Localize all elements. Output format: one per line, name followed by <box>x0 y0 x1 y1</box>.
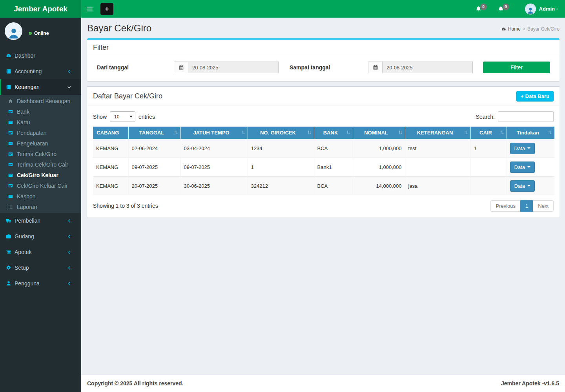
sidebar-item-gudang[interactable]: Gudang <box>0 229 81 244</box>
search-control: Search: <box>476 111 554 122</box>
row-data-dropdown-button[interactable]: Data <box>510 143 535 154</box>
sidebar-item-pendapatan[interactable]: Pendapatan <box>0 127 81 138</box>
cell-cair <box>470 158 507 176</box>
sidebar-subitem-label: Cek/Giro Keluar <box>17 172 58 178</box>
cell-cair: 1 <box>470 139 507 158</box>
navbar-body: + 0 0 Admin - <box>81 0 565 18</box>
sidebar-item-pengeluaran[interactable]: Pengeluaran <box>0 138 81 149</box>
sidebar-toggle-icon[interactable] <box>81 0 98 18</box>
brand-logo[interactable]: Jember Apotek <box>0 0 81 18</box>
credit-card-icon <box>8 162 17 167</box>
table-row: KEMANG 09-07-2025 09-07-2025 1 Bank1 1,0… <box>93 158 554 176</box>
sidebar-item-kartu[interactable]: Kartu <box>0 117 81 127</box>
cell-tindakan: Data <box>507 139 554 158</box>
sidebar-item-pengguna[interactable]: Pengguna <box>0 276 81 291</box>
cell-cabang: KEMANG <box>93 158 128 176</box>
sidebar-item-label: Pembelian <box>15 218 40 224</box>
breadcrumb-current: Bayar Cek/Giro <box>527 26 560 32</box>
calendar-icon <box>368 62 383 73</box>
list-box-body: Show 10 entries Search: <box>87 105 560 218</box>
caret-down-icon <box>527 166 530 168</box>
breadcrumb-home-link[interactable]: Home <box>508 26 521 32</box>
sidebar-item-terima-cekgiro-cair[interactable]: Terima Cek/Giro Cair <box>0 159 81 170</box>
sidebar-item-label: Apotek <box>15 249 32 255</box>
sidebar-item-kasbon[interactable]: Kasbon <box>0 191 81 201</box>
entries-label: entries <box>139 114 155 120</box>
entries-select[interactable]: 10 <box>110 111 135 122</box>
cell-cair <box>470 176 507 195</box>
column-header-tanggal[interactable]: TANGGAL <box>128 127 180 139</box>
content-header: Bayar Cek/Giro Home > Bayar Cek/Giro <box>81 18 565 34</box>
cell-cabang: KEMANG <box>93 176 128 195</box>
cell-jatuh-tempo: 30-06-2025 <box>180 176 248 195</box>
sidebar-item-terima-cekgiro[interactable]: Terima Cek/Giro <box>0 149 81 159</box>
cell-nominal: 1,000,000 <box>353 139 405 158</box>
column-header-no-girocek[interactable]: NO. GIRO/CEK <box>248 127 314 139</box>
sidebar-item-cekgiro-keluar[interactable]: Cek/Giro Keluar <box>0 170 81 180</box>
column-header-bank[interactable]: BANK <box>314 127 353 139</box>
sidebar-item-dashbor[interactable]: Dashbor <box>0 48 81 64</box>
column-header-tindakan[interactable]: Tindakan <box>507 127 554 139</box>
column-header-cair[interactable]: CAIR <box>470 127 507 139</box>
column-header-jatuh-tempo[interactable]: JATUH TEMPO <box>180 127 248 139</box>
sidebar-subitem-label: Pendapatan <box>17 130 47 136</box>
sidebar-item-bank[interactable]: Bank <box>0 106 81 117</box>
cekgiro-table: CABANG TANGGAL JATUH TEMPO NO. GIRO/CEK … <box>93 127 554 195</box>
sidebar-item-accounting[interactable]: Accounting <box>0 64 81 79</box>
sidebar-item-laporan[interactable]: Laporan <box>0 201 81 212</box>
cart-icon <box>6 249 15 255</box>
gears-icon <box>6 265 15 270</box>
from-date-group <box>174 62 279 73</box>
version-text: Jember Apotek -v1.6.5 <box>501 380 559 387</box>
show-label: Show <box>93 114 107 120</box>
column-header-cabang[interactable]: CABANG <box>93 127 128 139</box>
credit-card-icon <box>8 131 17 135</box>
filter-button[interactable]: Filter <box>483 62 550 73</box>
sidebar-subitem-label: Cek/Giro Keluar Cair <box>17 183 67 189</box>
add-data-button-label: Data Baru <box>525 93 549 99</box>
notifications-bell-icon[interactable]: 0 <box>476 6 487 12</box>
cell-bank: BCA <box>314 176 353 195</box>
sort-icon <box>547 130 552 136</box>
table-row: KEMANG 20-07-2025 30-06-2025 324212 BCA … <box>93 176 554 195</box>
sidebar-subitem-label: Terima Cek/Giro Cair <box>17 162 68 168</box>
row-data-dropdown-button[interactable]: Data <box>510 162 535 173</box>
column-header-keterangan[interactable]: KETERANGAN <box>405 127 470 139</box>
table-toolbar: Show 10 entries Search: <box>93 111 554 122</box>
home-gauge-icon <box>501 27 506 31</box>
cell-nominal: 14,000,000 <box>353 176 405 195</box>
sidebar-item-keuangan[interactable]: Keuangan <box>0 79 81 95</box>
sidebar-item-pembelian[interactable]: Pembelian <box>0 213 81 229</box>
sidebar-item-dashboard-keuangan[interactable]: Dashboard Keuangan <box>0 96 81 106</box>
user-menu[interactable]: Admin - <box>525 4 558 15</box>
alerts-bell-icon[interactable]: 0 <box>498 6 509 12</box>
sort-icon <box>307 130 312 136</box>
chevron-left-icon <box>67 69 76 74</box>
notifications-badge: 0 <box>480 4 487 10</box>
add-data-button[interactable]: +Data Baru <box>516 91 554 102</box>
cell-no-girocek: 324212 <box>248 176 314 195</box>
cell-bank: BCA <box>314 139 353 158</box>
table-row: KEMANG 02-06-2024 03-04-2024 1234 BCA 1,… <box>93 139 554 158</box>
pagination-previous[interactable]: Previous <box>490 200 521 212</box>
sidebar-item-setup[interactable]: Setup <box>0 260 81 276</box>
cell-tanggal: 02-06-2024 <box>128 139 180 158</box>
sidebar-subitem-label: Terima Cek/Giro <box>17 151 56 157</box>
to-date-input[interactable] <box>383 62 473 73</box>
row-data-dropdown-button[interactable]: Data <box>510 180 535 192</box>
sidebar-item-apotek[interactable]: Apotek <box>0 244 81 260</box>
pagination-next[interactable]: Next <box>533 200 554 212</box>
column-header-nominal[interactable]: NOMINAL <box>353 127 405 139</box>
search-input[interactable] <box>498 111 554 122</box>
filter-box: Filter Dari tanggal Sampai tanggal Filte… <box>87 38 560 81</box>
sort-icon <box>499 130 505 136</box>
quick-add-button[interactable]: + <box>100 3 113 15</box>
from-date-input[interactable] <box>188 62 279 73</box>
filter-form: Dari tanggal Sampai tanggal Filter <box>87 56 560 81</box>
page-title: Bayar Cek/Giro <box>87 23 151 34</box>
cell-keterangan: jasa <box>405 176 470 195</box>
sidebar-subitem-label: Kasbon <box>17 193 35 200</box>
pagination-page-1[interactable]: 1 <box>520 200 533 212</box>
sidebar-item-cekgiro-keluar-cair[interactable]: Cek/Giro Keluar Cair <box>0 180 81 191</box>
pagination: Previous 1 Next <box>491 200 554 212</box>
